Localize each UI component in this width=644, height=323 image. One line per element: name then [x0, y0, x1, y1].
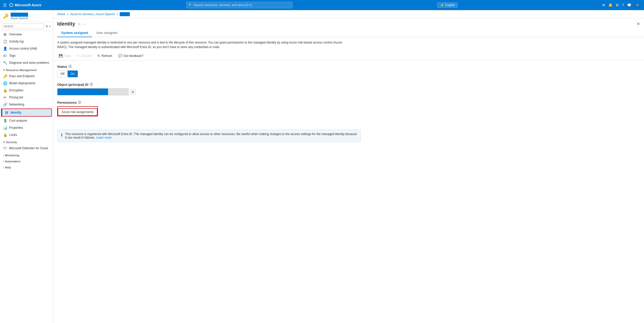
diagnose-icon: 🔧 — [3, 61, 7, 65]
sidebar-item-defender[interactable]: 🛡 Microsoft Defender for Cloud — [0, 145, 53, 152]
properties-icon: 📊 — [3, 126, 7, 130]
sidebar-item-cost-analysis[interactable]: 💲 Cost analysis — [0, 117, 53, 124]
sidebar-item-properties[interactable]: 📊 Properties — [0, 124, 53, 131]
page-header: Identity ☆ ··· ✕ — [53, 18, 644, 27]
sidebar-label-properties: Properties — [9, 126, 23, 130]
section-chevron-automation: › — [3, 160, 4, 163]
top-nav-icons: ✉ 🔔 ⚙ ? 💬 — [602, 3, 631, 7]
user-avatar[interactable]: U — [634, 2, 641, 9]
sidebar-label-encryption: Encryption — [9, 89, 24, 92]
object-id-info-icon[interactable]: ⓘ — [90, 82, 93, 87]
model-deployments-icon: 🌐 — [3, 81, 7, 85]
section-chevron-security: ∨ — [3, 140, 5, 144]
section-help[interactable]: › Help — [0, 164, 53, 170]
status-label-text: Status — [57, 65, 67, 69]
feedback-icon: 💬 — [118, 54, 122, 58]
permissions-info-icon[interactable]: ⓘ — [78, 100, 81, 105]
toggle-off-option[interactable]: Off — [57, 71, 68, 77]
sidebar-label-keys-endpoint: Keys and Endpoint — [9, 74, 35, 78]
sidebar-item-identity[interactable]: ⊟ Identity — [2, 109, 51, 116]
sidebar: 🔑 Azure OpenAI ⇅ « ⊞ Overview 📋 Activity… — [0, 10, 53, 323]
refresh-button[interactable]: ↻ Refresh — [96, 53, 114, 59]
discard-button[interactable]: ✕ Discard — [75, 53, 93, 59]
object-id-label-text: Object (principal) ID — [57, 83, 89, 87]
breadcrumb-home[interactable]: Home — [57, 12, 65, 16]
breadcrumb-resource — [120, 12, 130, 16]
global-search-bar[interactable]: 🔍 — [186, 2, 293, 8]
save-icon: 💾 — [59, 54, 63, 58]
breadcrumb-sep-1: > — [67, 12, 69, 16]
sidebar-label-access-control: Access control (IAM) — [9, 47, 37, 50]
sidebar-label-activity-log: Activity log — [9, 40, 24, 43]
status-section: Status ⓘ Off On — [57, 64, 640, 77]
tab-label-user-assigned: User assigned — [96, 31, 117, 35]
sidebar-item-tags[interactable]: 🏷 Tags — [0, 52, 53, 59]
copy-object-id-button[interactable]: ⧉ — [130, 89, 136, 95]
sidebar-label-defender: Microsoft Defender for Cloud — [9, 146, 48, 150]
feedback-icon[interactable]: 💬 — [627, 3, 631, 7]
sidebar-item-activity-log[interactable]: 📋 Activity log — [0, 38, 53, 45]
azure-role-btn-label: Azure role assignments — [62, 110, 93, 114]
breadcrumb: Home > Azure AI services | Azure OpenAI … — [53, 10, 644, 18]
info-banner: ℹ This resource is registered with Micro… — [57, 130, 361, 142]
sidebar-item-diagnose[interactable]: 🔧 Diagnose and solve problems — [0, 59, 53, 66]
copilot-button[interactable]: ✨ Copilot — [437, 3, 457, 8]
tab-system-assigned[interactable]: System assigned — [57, 29, 92, 37]
object-id-section: Object (principal) ID ⓘ ⧉ — [57, 82, 640, 95]
sidebar-label-model-deployments: Model deployments — [9, 81, 35, 85]
content-area: Home > Azure AI services | Azure OpenAI … — [53, 10, 644, 323]
discard-icon: ✕ — [77, 54, 80, 58]
permissions-section: Permissions ⓘ Azure role assignments — [57, 100, 640, 116]
section-label-monitoring: Monitoring — [5, 154, 19, 157]
breadcrumb-services[interactable]: Azure AI services | Azure OpenAI — [70, 12, 115, 16]
discard-label: Discard — [81, 54, 91, 58]
breadcrumb-sep-2: > — [116, 12, 118, 16]
toggle-on-option[interactable]: On — [68, 71, 78, 77]
locks-icon: 🔒 — [3, 133, 7, 137]
sidebar-item-encryption[interactable]: 🔒 Encryption — [0, 87, 53, 94]
sidebar-item-access-control[interactable]: 👤 Access control (IAM) — [0, 45, 53, 52]
learn-more-link[interactable]: Learn more — [96, 136, 112, 139]
save-button[interactable]: 💾 Save — [57, 53, 72, 59]
more-options-icon[interactable]: ··· — [83, 22, 86, 26]
keys-endpoint-icon: 🔑 — [3, 74, 7, 78]
toggle-off-label: Off — [60, 72, 65, 76]
toggle-wrapper: Off On — [57, 70, 78, 77]
sidebar-search-input[interactable] — [2, 24, 44, 29]
sidebar-item-keys-endpoint[interactable]: 🔑 Keys and Endpoint — [0, 73, 53, 80]
email-icon[interactable]: ✉ — [602, 3, 605, 7]
sidebar-item-pricing-tier[interactable]: ✏ Pricing tier — [0, 94, 53, 101]
sidebar-label-locks: Locks — [9, 133, 17, 137]
sidebar-item-overview[interactable]: ⊞ Overview — [0, 31, 53, 38]
azure-role-assignments-button[interactable]: Azure role assignments — [58, 108, 97, 116]
sidebar-label-tags: Tags — [9, 54, 15, 57]
sidebar-collapse-icon[interactable]: « — [49, 25, 51, 28]
cost-analysis-icon: 💲 — [3, 119, 7, 123]
section-label-security: Security — [6, 141, 17, 144]
settings-icon[interactable]: ⚙ — [616, 3, 619, 7]
tab-user-assigned[interactable]: User assigned — [92, 29, 121, 37]
sidebar-search-container: ⇅ « — [0, 22, 53, 31]
close-button[interactable]: ✕ — [637, 21, 640, 26]
hamburger-menu[interactable]: ☰ — [3, 3, 7, 8]
sidebar-item-model-deployments[interactable]: 🌐 Model deployments — [0, 80, 53, 87]
feedback-button[interactable]: 💬 Got feedback? — [117, 53, 145, 59]
sidebar-item-locks[interactable]: 🔒 Locks — [0, 131, 53, 138]
info-banner-text: This resource is registered with Microso… — [65, 132, 357, 139]
copilot-label: Copilot — [445, 3, 454, 7]
sidebar-item-networking[interactable]: 🔗 Networking — [0, 101, 53, 108]
favorite-icon[interactable]: ☆ — [78, 22, 81, 26]
section-security[interactable]: ∨ Security — [0, 138, 53, 145]
pricing-tier-icon: ✏ — [3, 95, 7, 99]
brand-name: Microsoft Azure — [15, 3, 41, 7]
section-automation[interactable]: › Automation — [0, 158, 53, 164]
help-icon[interactable]: ? — [622, 3, 624, 7]
access-control-icon: 👤 — [3, 47, 7, 51]
toolbar: 💾 Save ✕ Discard ↻ Refresh 💬 Got feedbac… — [53, 51, 644, 60]
global-search-input[interactable] — [194, 3, 290, 7]
section-monitoring[interactable]: › Monitoring — [0, 152, 53, 158]
sidebar-filter-icon[interactable]: ⇅ — [46, 25, 48, 28]
status-info-icon[interactable]: ⓘ — [69, 64, 72, 69]
notifications-icon[interactable]: 🔔 — [608, 3, 613, 7]
section-resource-management[interactable]: ∨ Resource Management — [0, 66, 53, 73]
